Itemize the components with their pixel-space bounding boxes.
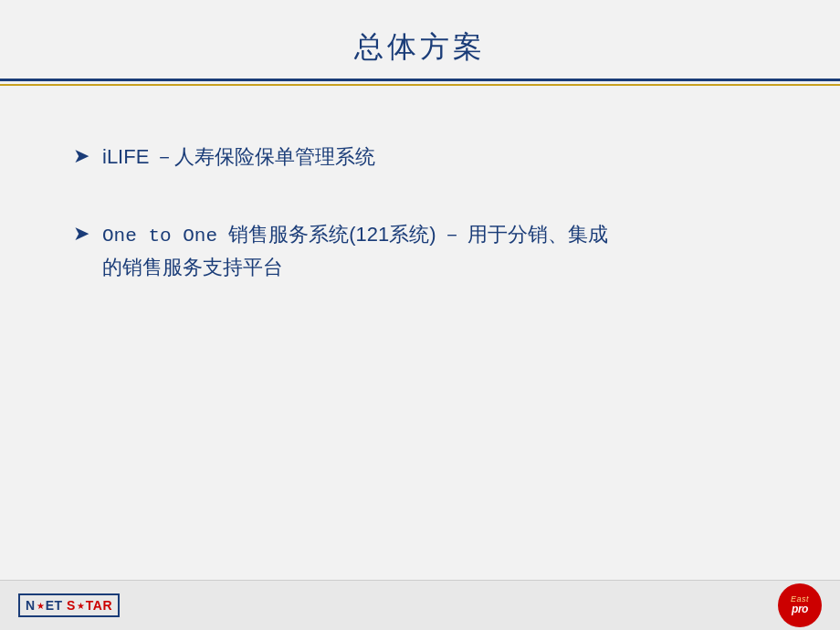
easipro-inner: East pro: [791, 595, 809, 615]
netstar-star-icon: ★: [37, 601, 45, 611]
content-area: ➤ iLIFE －人寿保险保单管理系统 ➤ One to One 销售服务系统(…: [0, 104, 840, 631]
slide: 总体方案 ➤ iLIFE －人寿保险保单管理系统 ➤ One to One 销售…: [0, 0, 840, 630]
easipro-logo: East pro: [778, 583, 822, 627]
divider-thick: [0, 79, 840, 81]
slide-title: 总体方案: [55, 27, 785, 68]
netstar-logo: N ★ ET S ★ TAR: [18, 593, 120, 617]
netstar-star-icon-2: ★: [77, 601, 85, 611]
bullet-text-2: One to One 销售服务系统(121系统) － 用于分销、集成的销售服务支…: [102, 218, 608, 284]
bullet-arrow-1: ➤: [73, 142, 89, 171]
netstar-et-text: ET: [46, 598, 63, 613]
bullet-arrow-2: ➤: [73, 220, 89, 248]
bullet-text-1: iLIFE －人寿保险保单管理系统: [102, 141, 375, 173]
easipro-bottom-text: pro: [792, 604, 808, 615]
header-divider: [0, 79, 840, 86]
netstar-net-text: N: [26, 598, 36, 613]
netstar-tar-text: TAR: [86, 598, 112, 613]
divider-thin: [0, 84, 840, 86]
netstar-star-text: S: [67, 598, 76, 613]
bullet-item-2: ➤ One to One 销售服务系统(121系统) － 用于分销、集成的销售服…: [73, 218, 767, 284]
bullet-item-1: ➤ iLIFE －人寿保险保单管理系统: [73, 141, 767, 173]
mono-text: One to One: [102, 226, 217, 247]
header-area: 总体方案: [0, 0, 840, 79]
footer: N ★ ET S ★ TAR East pro: [0, 580, 840, 630]
